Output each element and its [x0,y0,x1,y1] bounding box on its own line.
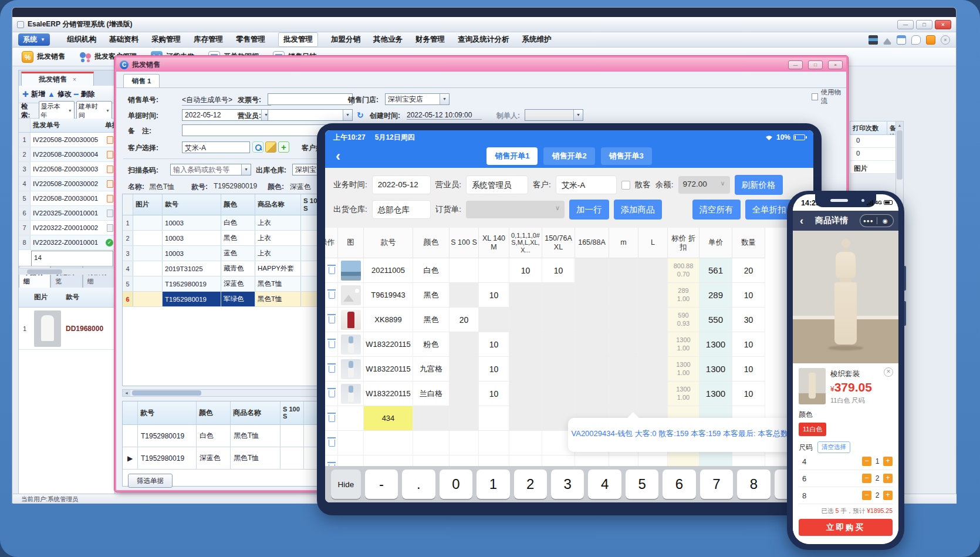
horizontal-scrollbar[interactable] [19,268,114,275]
customer-input[interactable]: 艾米-A [556,175,617,194]
grid-row[interactable]: 42019T31025藏青色HAPPY外套 [123,261,350,276]
minus-button[interactable]: − [862,457,871,466]
dialog-maximize-button[interactable]: □ [808,60,823,69]
list-row[interactable]: 3IV220508-Z00030003 [19,162,114,177]
scroll-left-icon[interactable]: ◄ [123,390,130,396]
qty-cell[interactable]: 10 [732,382,765,406]
clear-broom-icon[interactable] [265,141,276,153]
trash-icon[interactable] [329,390,335,397]
order-select[interactable]: ∨ [466,201,565,218]
trash-icon[interactable] [329,292,335,299]
list-row[interactable]: 2IV220508-Z00030004 [19,147,114,162]
product-photo[interactable] [793,231,898,363]
menu-item-maintain[interactable]: 系统维护 [522,35,551,45]
keypad-hide[interactable]: Hide [331,470,361,499]
menu-item-other[interactable]: 其他业务 [373,35,403,45]
device-icon[interactable] [869,35,878,45]
menu-item-query[interactable]: 查询及统计分析 [458,35,509,45]
dialog-minimize-button[interactable]: — [788,60,803,69]
whole-discount-button[interactable]: 全单折扣 [745,200,793,220]
grid-cell[interactable] [450,258,479,282]
close-circle-icon[interactable]: × [941,35,950,45]
grid-cell[interactable]: 20 [450,308,479,332]
minimize-button[interactable]: — [897,20,914,29]
calendar-icon[interactable] [897,35,906,45]
use-logistics-checkbox[interactable]: 使用物流 [812,88,846,106]
add-product-button[interactable]: 添加商品 [614,200,662,220]
menu-item-base[interactable]: 基础资料 [109,35,138,45]
menu-item-purchase[interactable]: 采购管理 [151,35,181,45]
keypad-2[interactable]: 2 [514,470,547,499]
trash-icon[interactable] [329,341,335,348]
list-row[interactable]: 7IV220322-Z00010002 [19,221,114,235]
refresh-icon[interactable]: ↻ [357,110,364,120]
toolbar-wholesale-sale[interactable]: %批发销售 [22,51,65,63]
item-row[interactable]: ✎ W183220115 九宫格 10 13001.00 1300 10 [325,357,765,382]
color-chip[interactable]: 11白色 [799,423,826,436]
close-circle-icon[interactable]: ◉ [877,218,894,224]
menu-item-stock[interactable]: 库存管理 [194,35,223,45]
qty-cell[interactable]: 20 [732,258,765,282]
trash-icon[interactable] [329,440,335,447]
add-customer-icon[interactable]: + [278,141,289,153]
item-row[interactable]: ✎ 20211005 白色 10 10 800.880.70 561 20 [325,258,765,283]
message-icon[interactable] [911,35,921,45]
invoice-input[interactable] [268,93,353,105]
scroll-up-icon[interactable]: ▲ [896,121,903,130]
keypad-dot[interactable]: . [402,470,435,499]
clear-all-button[interactable]: 清空所有 [692,200,741,220]
keypad-8[interactable]: 8 [737,470,770,499]
biz-date-input[interactable]: 2022-05-12 [372,175,431,194]
plus-button[interactable]: + [883,457,893,466]
price-cell[interactable]: 289 [699,283,732,307]
grid-cell[interactable]: 10 [479,332,509,356]
price-cell[interactable]: 1300 [699,382,732,406]
refresh-price-button[interactable]: 刷新价格 [735,175,783,195]
price-cell[interactable]: 1300 [699,332,732,356]
grid-cell[interactable]: 10 [479,357,509,381]
tab-sale-1[interactable]: 销售开单1 [486,147,538,165]
search-icon[interactable] [252,141,263,153]
price-cell[interactable]: 1300 [699,357,732,381]
item-row[interactable]: ✎ W183220115 兰白格 10 13001.00 1300 10 [325,382,765,406]
filter-orders-button[interactable]: 筛选单据 [128,474,173,488]
grid-row[interactable]: 310003蓝色上衣 [123,246,350,261]
inline-edit-input[interactable]: 14 [31,251,113,266]
menu-item-retail[interactable]: 零售管理 [236,35,265,45]
menu-item-finance[interactable]: 财务管理 [415,35,445,45]
keypad-6[interactable]: 6 [663,470,695,499]
dialog-close-button[interactable]: × [828,60,843,69]
keypad-minus[interactable]: - [365,470,398,499]
store-select[interactable]: 深圳宝安店▼ [385,93,450,105]
keypad-0[interactable]: 0 [440,470,472,499]
warehouse-input[interactable]: 总部仓库 [372,200,431,219]
list-row[interactable]: 6IV220325-Z00010001 [19,206,114,221]
scan-select[interactable]: 输入条码或款号等▼ [170,164,251,175]
trash-icon[interactable] [329,415,335,422]
qty-cell[interactable]: 10 [732,283,765,307]
add-button[interactable]: 新增 [31,89,45,99]
minus-button[interactable]: − [862,491,871,500]
trash-icon[interactable] [329,366,335,373]
clear-selection-button[interactable]: 清空选择 [817,441,850,453]
tab-wholesale-sale[interactable]: 批发销售× [21,72,94,86]
walkin-checkbox[interactable] [621,181,630,190]
plus-button[interactable]: + [883,474,893,483]
grid-cell[interactable]: 10 [479,283,509,307]
close-tab-icon[interactable]: × [73,76,76,83]
grid-row[interactable]: T1952980019白色黑色T恤 [123,425,350,447]
edit-button[interactable]: 修改 [58,89,72,99]
item-row[interactable]: ✎ T9619943 黑色 10 2891.00 289 10 [325,283,765,308]
lock-icon[interactable] [926,35,935,45]
grid-cell[interactable] [479,258,509,282]
list-row[interactable]: 1IV220508-Z00030005 [19,133,114,147]
item-row[interactable]: ✎ XK8899 黑色 20 5900.93 550 30 [325,308,765,332]
tab-sale-3[interactable]: 销售开单3 [601,147,652,165]
item-row[interactable]: ✎ W183220115 粉色 10 13001.00 1300 10 [325,332,765,357]
list-row[interactable]: 4IV220508-Z00030002 [19,177,114,191]
price-cell[interactable]: 561 [699,258,732,282]
maker-select[interactable]: ▼ [525,109,583,121]
clerk-input[interactable]: 系统管理员 [466,175,528,194]
scroll-thumb[interactable] [897,130,903,180]
range-select[interactable]: 显示本年▼ [39,101,75,121]
